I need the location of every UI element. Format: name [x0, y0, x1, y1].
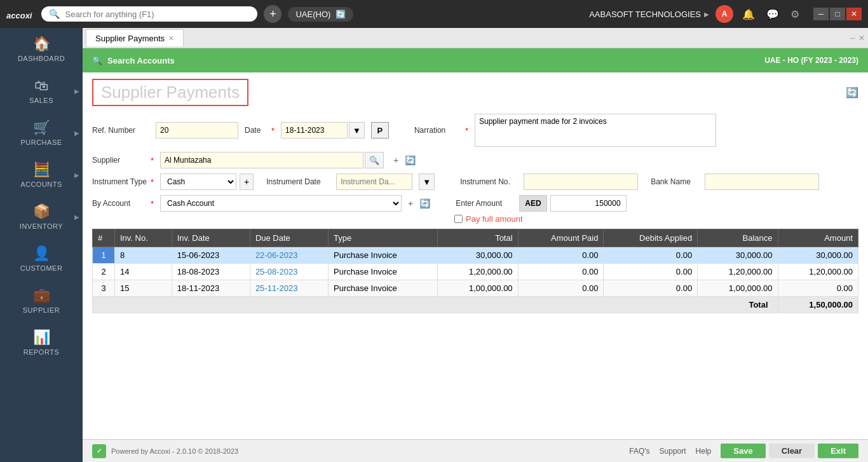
tab-minimize-icon[interactable]: ─: [850, 34, 855, 43]
row-2-debits: 0.00: [604, 264, 698, 280]
support-link[interactable]: Support: [660, 447, 686, 456]
sidebar-label-sales: SALES: [29, 97, 53, 104]
settings-icon[interactable]: ⚙: [790, 8, 799, 20]
supplier-search-button[interactable]: 🔍: [365, 152, 384, 168]
table-row[interactable]: 1 8 15-06-2023 22-06-2023 Purchase Invoi…: [93, 247, 858, 264]
instrument-type-select[interactable]: Cash: [160, 173, 236, 190]
date-input[interactable]: [281, 122, 348, 139]
reports-icon: 📊: [33, 329, 50, 346]
user-name: AABASOFT TECHNOLOGIES: [589, 10, 701, 19]
row-3-num: 3: [93, 280, 115, 297]
narration-input[interactable]: Supplier payment made for 2 invoices: [475, 114, 716, 147]
pay-full-label: Pay full amount: [466, 214, 523, 224]
avatar: A: [715, 5, 733, 23]
instrument-req: *: [151, 177, 154, 187]
clear-button[interactable]: Clear: [769, 444, 815, 458]
bank-name-label: Bank Name: [651, 177, 698, 186]
invoice-table: # Inv. No. Inv. Date Due Date Type Total…: [92, 229, 858, 313]
maximize-button[interactable]: □: [830, 8, 845, 20]
row-2-amount: 1,20,000.00: [778, 264, 858, 280]
footer-links: FAQ's Support Help: [629, 447, 711, 456]
save-button[interactable]: Save: [721, 444, 765, 458]
instrument-add-icon[interactable]: +: [240, 173, 254, 190]
instrument-no-input[interactable]: [524, 173, 638, 190]
amount-input[interactable]: [550, 195, 627, 212]
sidebar-item-inventory[interactable]: 📦 INVENTORY ▶: [0, 196, 83, 238]
table-row[interactable]: 2 14 18-08-2023 25-08-2023 Purchase Invo…: [93, 264, 858, 280]
row-1-total: 30,000.00: [438, 247, 518, 264]
sidebar-item-reports[interactable]: 📊 REPORTS: [0, 322, 83, 363]
close-button[interactable]: ✕: [846, 8, 862, 20]
form-body: Supplier Payments 🔄 Ref. Number Date * ▼…: [83, 72, 868, 439]
company-selector[interactable]: UAE(HO) 🔄: [288, 7, 353, 22]
instrument-date-input[interactable]: [336, 173, 412, 190]
instrument-date-dropdown[interactable]: ▼: [419, 173, 435, 190]
sidebar-item-purchase[interactable]: 🛒 PURCHASE ▶: [0, 112, 83, 154]
faq-link[interactable]: FAQ's: [629, 447, 649, 456]
row-1-balance: 30,000.00: [698, 247, 778, 264]
add-button[interactable]: +: [264, 5, 281, 23]
sidebar-item-dashboard[interactable]: 🏠 DASHBOARD: [0, 28, 83, 70]
form-refresh-icon[interactable]: 🔄: [846, 86, 858, 99]
narration-label: Narration: [414, 126, 459, 135]
p-button[interactable]: P: [371, 122, 389, 139]
company-name: UAE(HO): [295, 10, 330, 19]
form-row-pay-full: Pay full amount: [454, 214, 858, 224]
minimize-button[interactable]: ─: [813, 8, 829, 20]
supplier-input[interactable]: [160, 152, 363, 168]
tab-supplier-payments[interactable]: Supplier Payments ✕: [86, 29, 184, 46]
search-accounts-label[interactable]: Search Accounts: [107, 56, 175, 65]
pay-full-checkbox[interactable]: [454, 215, 463, 223]
table-row[interactable]: 3 15 18-11-2023 25-11-2023 Purchase Invo…: [93, 280, 858, 297]
purchase-icon: 🛒: [33, 119, 50, 136]
row-1-num: 1: [93, 247, 115, 264]
supplier-icon: 💼: [33, 287, 50, 304]
sidebar-label-accounts: ACCOUNTS: [20, 180, 62, 188]
ref-number-input[interactable]: [156, 122, 238, 139]
main-layout: 🏠 DASHBOARD 🛍 SALES ▶ 🛒 PURCHASE ▶ 🧮 ACC…: [0, 28, 868, 462]
sidebar-item-supplier[interactable]: 💼 SUPPLIER: [0, 280, 83, 322]
row-3-amount: 0.00: [778, 280, 858, 297]
bank-name-input[interactable]: [705, 173, 819, 190]
row-2-inv-no: 14: [115, 264, 172, 280]
row-3-due-date: 25-11-2023: [250, 280, 328, 297]
table-total-row: Total 1,50,000.00: [93, 297, 858, 313]
date-dropdown-button[interactable]: ▼: [349, 122, 365, 139]
form-header: 🔍 Search Accounts UAE - HO (FY 2023 - 20…: [83, 48, 868, 72]
supplier-refresh-icon[interactable]: 🔄: [405, 155, 416, 165]
sidebar-item-accounts[interactable]: 🧮 ACCOUNTS ▶: [0, 154, 83, 196]
row-1-due-date: 22-06-2023: [250, 247, 328, 264]
sidebar-item-customer[interactable]: 👤 CUSTOMER: [0, 238, 83, 280]
topbar: accoxi 🔍 + UAE(HO) 🔄 AABASOFT TECHNOLOGI…: [0, 0, 868, 28]
row-2-balance: 1,20,000.00: [698, 264, 778, 280]
help-link[interactable]: Help: [696, 447, 712, 456]
inventory-icon: 📦: [33, 203, 50, 220]
tab-close-icon[interactable]: ✕: [168, 34, 174, 43]
by-account-refresh-icon[interactable]: 🔄: [419, 198, 430, 208]
app-logo: accoxi: [6, 6, 32, 22]
by-account-select[interactable]: Cash Account: [160, 195, 402, 212]
purchase-arrow-icon: ▶: [74, 130, 79, 137]
search-icon: 🔍: [49, 9, 60, 19]
arrow-icon: ▶: [704, 11, 709, 18]
bell-icon[interactable]: 🔔: [742, 8, 755, 20]
exit-button[interactable]: Exit: [818, 444, 858, 458]
row-3-balance: 1,00,000.00: [698, 280, 778, 297]
col-amount-paid: Amount Paid: [518, 229, 604, 247]
col-total: Total: [438, 229, 518, 247]
sidebar-label-customer: CUSTOMER: [20, 264, 63, 272]
sidebar-item-sales[interactable]: 🛍 SALES ▶: [0, 70, 83, 112]
sidebar-label-inventory: INVENTORY: [20, 222, 63, 230]
supplier-add-icon[interactable]: +: [393, 155, 398, 165]
by-account-add-icon[interactable]: +: [408, 198, 413, 208]
row-2-type: Purchase Invoice: [329, 264, 438, 280]
search-box[interactable]: 🔍: [41, 6, 257, 22]
chat-icon[interactable]: 💬: [766, 8, 779, 20]
form-title-row: Supplier Payments 🔄: [92, 79, 858, 106]
accounts-icon: 🧮: [33, 161, 50, 178]
tab-close-all-icon[interactable]: ✕: [858, 34, 865, 43]
search-input[interactable]: [65, 10, 250, 19]
supplier-field-area: 🔍: [160, 152, 384, 168]
col-num: #: [93, 229, 115, 247]
content-area: Supplier Payments ✕ ─ ✕ 🔍 Search Account…: [83, 28, 868, 462]
